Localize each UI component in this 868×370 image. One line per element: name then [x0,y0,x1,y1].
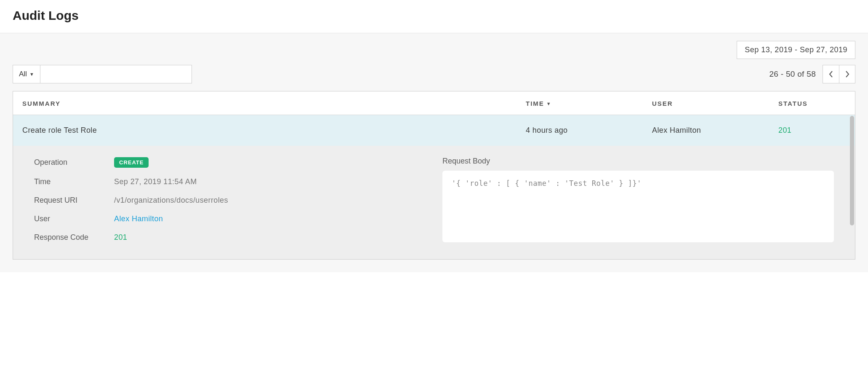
chevron-left-icon [829,71,833,78]
col-header-status[interactable]: STATUS [778,100,846,107]
detail-label-request-body: Request Body [442,157,834,166]
filter-scope-label: All [19,70,27,78]
pagination-prev-button[interactable] [823,65,839,83]
page-header: Audit Logs [0,0,868,33]
date-range-picker[interactable]: Sep 13, 2019 - Sep 27, 2019 [737,41,855,59]
pagination-next-button[interactable] [839,65,855,83]
table-header-row: SUMMARY TIME ▼ USER STATUS [13,91,855,115]
detail-value-user-link[interactable]: Alex Hamilton [114,214,426,223]
toolbar-row-filter: All ▼ 26 - 50 of 58 [13,65,855,83]
col-header-user[interactable]: USER [652,100,778,107]
toolbar-row-date: Sep 13, 2019 - Sep 27, 2019 [13,41,855,59]
pagination-group: 26 - 50 of 58 [769,65,855,83]
request-body-box: '{ 'role' : [ { 'name' : 'Test Role' } ]… [442,171,834,242]
sort-desc-icon: ▼ [546,101,552,106]
pagination-buttons [823,65,855,83]
detail-value-operation: CREATE [114,157,426,168]
filter-scope-select[interactable]: All ▼ [13,65,40,83]
detail-label-request-uri: Request URI [34,196,114,205]
col-header-time[interactable]: TIME ▼ [526,100,652,107]
detail-label-time: Time [34,177,114,186]
chevron-right-icon [845,71,849,78]
detail-label-user: User [34,214,114,223]
request-body-section: Request Body '{ 'role' : [ { 'name' : 'T… [442,157,834,242]
detail-value-request-uri: /v1/organizations/docs/userroles [114,196,426,205]
row-detail-panel: Operation CREATE Time Sep 27, 2019 11:54… [13,146,855,259]
table-row[interactable]: Create role Test Role 4 hours ago Alex H… [13,115,855,146]
caret-down-icon: ▼ [29,72,34,77]
detail-value-response-code: 201 [114,233,426,242]
filter-input[interactable] [40,65,192,83]
col-header-time-label: TIME [526,100,544,107]
filter-group: All ▼ [13,65,192,83]
content-area: Sep 13, 2019 - Sep 27, 2019 All ▼ 26 - 5… [0,33,868,272]
cell-summary: Create role Test Role [22,126,526,135]
col-header-summary[interactable]: SUMMARY [22,100,526,107]
detail-label-operation: Operation [34,158,114,167]
detail-grid: Operation CREATE Time Sep 27, 2019 11:54… [34,157,426,242]
operation-badge: CREATE [114,157,149,168]
audit-log-table: SUMMARY TIME ▼ USER STATUS Create role T… [13,91,855,260]
cell-time: 4 hours ago [526,126,652,135]
pagination-text: 26 - 50 of 58 [769,70,816,79]
cell-status: 201 [778,126,846,135]
detail-value-time: Sep 27, 2019 11:54 AM [114,177,426,186]
cell-user: Alex Hamilton [652,126,778,135]
page-title: Audit Logs [13,8,855,23]
scrollbar-thumb[interactable] [850,116,854,225]
detail-label-response-code: Response Code [34,233,114,242]
